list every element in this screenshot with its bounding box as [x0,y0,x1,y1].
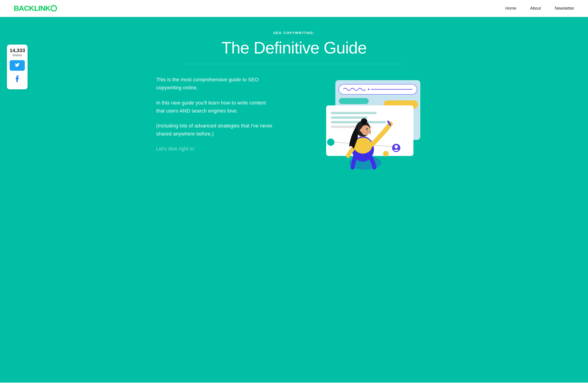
hero-paragraph-3: (Including lots of advanced strategies t… [156,122,276,138]
hero-content: SEO COPYWRITING: The Definitive Guide Th… [156,31,432,172]
share-widget: 14,333 shares [7,44,28,89]
svg-point-25 [361,118,367,125]
hero-bottom: This is the most comprehensive guide to … [156,76,432,172]
illustration-svg [308,76,427,172]
share-label: shares [10,53,25,57]
logo-o-icon [51,5,57,11]
svg-point-22 [361,125,370,135]
hero-paragraph-1: This is the most comprehensive guide to … [156,76,276,92]
nav-newsletter[interactable]: Newsletter [555,6,574,11]
hero-divider [184,64,404,64]
hero-title: The Definitive Guide [156,39,432,57]
facebook-share-button[interactable] [10,73,25,86]
navigation: Home About Newsletter [505,6,574,11]
header: BACKLINK Home About Newsletter [0,0,588,17]
hero-illustration [303,76,432,172]
svg-point-24 [360,128,362,132]
hero-paragraph-2: In this new guide you'll learn how to wr… [156,99,276,115]
hero-subtitle: SEO COPYWRITING: [156,31,432,35]
svg-rect-7 [331,112,377,114]
svg-point-11 [327,138,335,146]
twitter-share-button[interactable] [10,60,25,71]
hero-section: 14,333 shares SEO COPYWRITING: The Defin… [0,17,588,383]
svg-point-2 [368,89,369,90]
logo[interactable]: BACKLINK [14,4,57,13]
svg-point-15 [383,151,389,156]
nav-about[interactable]: About [530,6,541,11]
share-count: 14,333 [10,48,25,53]
facebook-icon [16,76,19,84]
hero-text: This is the most comprehensive guide to … [156,76,276,153]
hero-cta: Let's dive right in: [156,145,276,153]
svg-point-14 [395,145,398,148]
svg-point-23 [366,128,368,130]
logo-text: BACKLINK [14,4,50,13]
nav-home[interactable]: Home [505,6,516,11]
svg-rect-4 [339,98,369,104]
twitter-icon [15,63,20,68]
svg-rect-8 [331,116,368,119]
